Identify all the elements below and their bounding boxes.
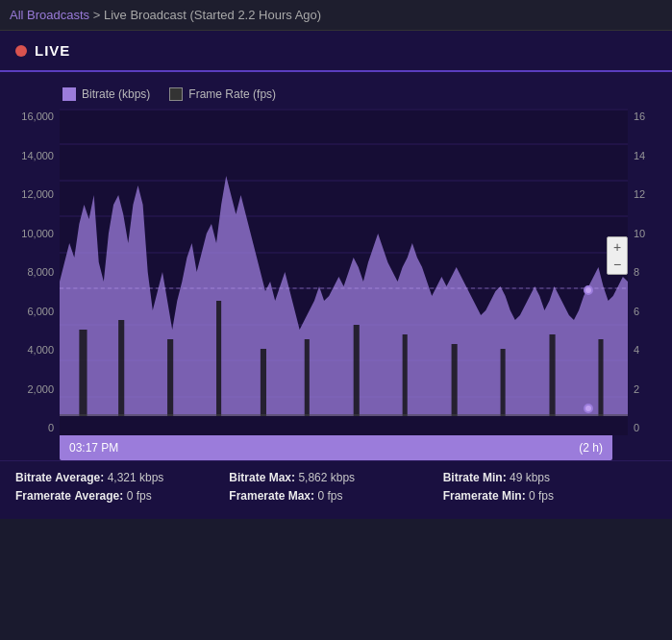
y-axis-left: 0 2,000 4,000 6,000 8,000 10,000 12,000 … <box>10 109 60 435</box>
svg-rect-18 <box>452 344 458 416</box>
y-label-4000: 4,000 <box>27 344 54 356</box>
stat-framerate-max: Framerate Max: 0 fps <box>229 489 442 503</box>
y-label-12000: 12,000 <box>21 188 54 200</box>
bitrate-legend-label: Bitrate (kbps) <box>82 87 150 101</box>
svg-rect-14 <box>261 349 266 416</box>
y-right-label-6: 6 <box>634 306 639 317</box>
live-label: LIVE <box>35 42 70 59</box>
svg-rect-10 <box>79 330 87 416</box>
y-right-label-16: 16 <box>634 111 645 122</box>
y-label-8000: 8,000 <box>27 266 54 278</box>
dot-marker-bottom <box>584 404 593 413</box>
y-right-label-0: 0 <box>634 422 639 433</box>
stat-bitrate-min: Bitrate Min: 49 kbps <box>443 471 657 484</box>
timeline-start: 03:17 PM <box>69 441 118 455</box>
live-dot <box>15 45 27 57</box>
y-label-6000: 6,000 <box>27 306 54 317</box>
y-right-label-8: 8 <box>634 266 639 278</box>
stat-bitrate-avg: Bitrate Average: 4,321 kbps <box>15 471 229 484</box>
svg-rect-17 <box>403 334 408 416</box>
y-label-2000: 2,000 <box>27 383 54 395</box>
chart-svg <box>60 109 628 435</box>
y-right-label-4: 4 <box>634 344 639 356</box>
y-label-16000: 16,000 <box>21 111 54 122</box>
y-label-14000: 14,000 <box>21 150 54 161</box>
y-right-label-2: 2 <box>634 383 639 395</box>
y-right-label-10: 10 <box>634 228 645 239</box>
legend-bitrate: Bitrate (kbps) <box>62 87 150 101</box>
svg-rect-13 <box>216 301 221 416</box>
legend-framerate: Frame Rate (fps) <box>169 87 276 101</box>
bitrate-legend-color <box>62 87 76 101</box>
stats-row-1: Bitrate Average: 4,321 kbps Bitrate Max:… <box>15 471 657 484</box>
chart-svg-area: + − <box>60 109 628 435</box>
svg-marker-9 <box>60 176 628 416</box>
live-bar: LIVE <box>0 31 672 72</box>
framerate-legend-label: Frame Rate (fps) <box>188 87 276 101</box>
stats-row-2: Framerate Average: 0 fps Framerate Max: … <box>15 489 657 503</box>
y-axis-right: 0 2 4 6 8 10 12 14 16 <box>628 109 662 435</box>
breadcrumb-separator: > <box>89 8 104 22</box>
svg-rect-19 <box>501 349 506 416</box>
stats-section: Bitrate Average: 4,321 kbps Bitrate Max:… <box>0 460 672 519</box>
stat-framerate-min: Framerate Min: 0 fps <box>443 489 657 503</box>
framerate-legend-color <box>169 87 183 101</box>
svg-rect-15 <box>305 339 310 416</box>
dot-marker-top <box>584 285 593 295</box>
y-right-label-12: 12 <box>634 188 645 200</box>
stat-bitrate-max: Bitrate Max: 5,862 kbps <box>229 471 442 484</box>
scroll-widget[interactable]: + − <box>607 236 628 275</box>
breadcrumb: All Broadcasts > Live Broadcast (Started… <box>0 0 672 31</box>
svg-rect-21 <box>598 339 603 416</box>
timeline-bar[interactable]: 03:17 PM (2 h) <box>60 435 612 460</box>
svg-rect-16 <box>354 325 360 416</box>
all-broadcasts-link[interactable]: All Broadcasts <box>10 8 89 22</box>
y-right-label-14: 14 <box>634 150 645 161</box>
zoom-in-icon[interactable]: + <box>613 239 621 255</box>
svg-rect-11 <box>118 320 124 416</box>
timeline-duration: (2 h) <box>579 441 603 455</box>
breadcrumb-current: Live Broadcast (Started 2.2 Hours Ago) <box>104 8 321 22</box>
y-label-0: 0 <box>48 422 54 433</box>
chart-area: 0 2,000 4,000 6,000 8,000 10,000 12,000 … <box>10 109 662 435</box>
svg-rect-20 <box>549 334 555 416</box>
y-label-10000: 10,000 <box>21 228 54 239</box>
stat-framerate-avg: Framerate Average: 0 fps <box>15 489 229 503</box>
chart-container: Bitrate (kbps) Frame Rate (fps) 0 2,000 … <box>0 72 672 460</box>
chart-legend: Bitrate (kbps) Frame Rate (fps) <box>10 82 662 109</box>
svg-rect-12 <box>167 339 173 416</box>
zoom-out-icon[interactable]: − <box>613 257 621 272</box>
